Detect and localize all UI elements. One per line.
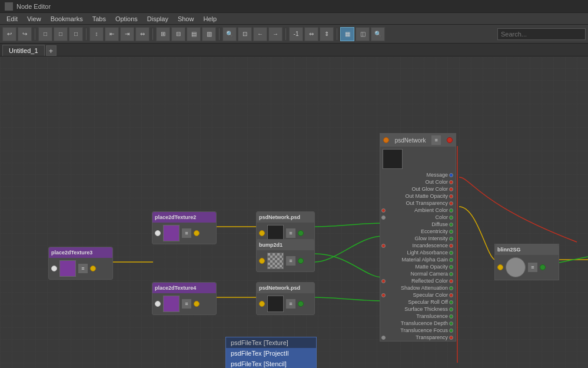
port-right-23[interactable]	[449, 336, 453, 340]
toolbar-grid[interactable]: ▦	[340, 27, 354, 41]
node-psdnetworkpsd3-menu[interactable]: ≡	[286, 299, 295, 309]
node-place2dtexture3-menu[interactable]: ≡	[78, 264, 88, 273]
node-place2dtexture3[interactable]: place2dTexture3 ≡	[48, 247, 113, 280]
psd-row-20: Translucence	[380, 313, 456, 320]
menu-show[interactable]: Show	[174, 14, 198, 24]
menu-bookmarks[interactable]: Bookmarks	[46, 14, 87, 24]
port-right-11[interactable]	[449, 251, 453, 255]
port-right-13[interactable]	[449, 265, 453, 269]
toolbar-btn-5[interactable]: ⇤	[105, 27, 119, 41]
port-left-15[interactable]	[381, 279, 386, 283]
port-right-22[interactable]	[449, 329, 453, 333]
port-right-20[interactable]	[449, 314, 453, 319]
port-p2-in[interactable]	[155, 230, 161, 236]
port-blinn-in[interactable]	[497, 264, 503, 270]
tab-untitled1[interactable]: Untitled_1	[2, 45, 45, 56]
port-right-3[interactable]	[449, 194, 453, 198]
port-right-9[interactable]	[449, 237, 453, 241]
port-right-2[interactable]	[449, 187, 453, 191]
port-right-16[interactable]	[449, 286, 453, 290]
port-left-6[interactable]	[381, 216, 386, 220]
toolbar-layout-4[interactable]: ▥	[202, 27, 216, 41]
port-psd1-out[interactable]	[298, 230, 304, 236]
node-blinn2sg[interactable]: blinn2SG ≡	[494, 244, 559, 280]
port-left-10[interactable]	[381, 244, 386, 248]
port-right-21[interactable]	[449, 321, 453, 326]
toolbar-nav-2[interactable]: →	[268, 27, 283, 41]
port-right-7[interactable]	[449, 223, 453, 227]
canvas-area[interactable]: place2dTexture3 ≡ place2dTexture2 ≡ plac…	[0, 57, 588, 368]
port-right-1[interactable]	[449, 180, 453, 184]
port-right-0[interactable]	[449, 173, 453, 177]
tab-add-button[interactable]: +	[46, 45, 57, 56]
port-right-4[interactable]	[449, 201, 453, 205]
dropdown-item-0[interactable]: psdFileTex [Texture]	[226, 337, 316, 348]
node-psdnetworkpsd1-menu[interactable]: ≡	[286, 228, 295, 238]
port-p4-in[interactable]	[155, 301, 161, 307]
port-right-10[interactable]	[449, 244, 453, 248]
port-p4-out[interactable]	[194, 301, 200, 307]
port-right-12[interactable]	[449, 258, 453, 262]
node-bump2d1[interactable]: bump2d1 ≡	[256, 239, 315, 272]
toolbar-btn-2[interactable]: □	[54, 27, 68, 41]
toolbar-nav-1[interactable]: ←	[253, 27, 267, 41]
menu-edit[interactable]: Edit	[2, 14, 22, 24]
menu-display[interactable]: Display	[143, 14, 172, 24]
toolbar-layout-3[interactable]: ▤	[187, 27, 201, 41]
node-psdnetworkpsd3[interactable]: psdNetwork.psd ≡	[256, 282, 315, 315]
node-place2dtexture4[interactable]: place2dTexture4 ≡	[152, 282, 217, 315]
node-place2dtexture2[interactable]: place2dTexture2 ≡	[152, 211, 217, 244]
node-place2dtexture2-menu[interactable]: ≡	[182, 228, 191, 238]
port-left-5[interactable]	[381, 208, 386, 213]
port-p3-out[interactable]	[90, 266, 96, 271]
port-right-8[interactable]	[449, 230, 453, 234]
psdnetwork-menu-btn[interactable]: ≡	[431, 135, 441, 145]
toolbar-btn-7[interactable]: ⇔	[135, 27, 150, 41]
port-p3-in[interactable]	[51, 266, 57, 271]
dropdown-item-2[interactable]: psdFileTex [Stencil]	[226, 359, 316, 368]
search-input[interactable]	[497, 28, 586, 40]
node-bump2d1-menu[interactable]: ≡	[286, 256, 295, 266]
port-right-19[interactable]	[449, 307, 453, 311]
port-left-17[interactable]	[381, 293, 386, 297]
toolbar-zoom[interactable]: 🔍	[222, 27, 237, 41]
toolbar-minus1[interactable]: -1	[289, 27, 303, 41]
toolbar-arrows-1[interactable]: ⇔	[304, 27, 318, 41]
port-psd3-in[interactable]	[259, 301, 265, 307]
port-psd1-in[interactable]	[259, 230, 265, 236]
port-right-18[interactable]	[449, 300, 453, 304]
port-right-14[interactable]	[449, 272, 453, 276]
toolbar-search-btn[interactable]: 🔍	[371, 27, 385, 41]
port-bump-in[interactable]	[259, 258, 265, 264]
toolbar-layout-2[interactable]: ⊟	[171, 27, 185, 41]
port-p2-out[interactable]	[194, 230, 200, 236]
toolbar-layout-1[interactable]: ⊞	[156, 27, 170, 41]
toolbar-arrows-2[interactable]: ⇕	[320, 27, 334, 41]
psdnetwork-left-port[interactable]	[383, 137, 389, 143]
toolbar-redo[interactable]: ↪	[18, 27, 32, 41]
port-right-5[interactable]	[449, 208, 453, 213]
menu-options[interactable]: Options	[111, 14, 142, 24]
port-right-6[interactable]	[449, 216, 453, 220]
menu-tabs[interactable]: Tabs	[88, 14, 110, 24]
node-place2dtexture4-menu[interactable]: ≡	[182, 299, 191, 309]
port-bump-out[interactable]	[298, 258, 304, 264]
port-blinn-out[interactable]	[540, 264, 546, 270]
psdnetwork-right-port[interactable]	[447, 137, 453, 143]
node-psdnetwork[interactable]: psdNetwork ≡ MessageOut ColorOut Glow Co…	[380, 133, 456, 342]
port-psd3-out[interactable]	[298, 301, 304, 307]
port-left-23[interactable]	[381, 336, 386, 340]
toolbar-btn-6[interactable]: ⇥	[120, 27, 134, 41]
port-right-15[interactable]	[449, 279, 453, 283]
menu-view[interactable]: View	[23, 14, 45, 24]
menu-help[interactable]: Help	[199, 14, 221, 24]
toolbar-panel[interactable]: ◫	[356, 27, 370, 41]
port-right-17[interactable]	[449, 293, 453, 297]
toolbar-btn-1[interactable]: □	[38, 27, 52, 41]
toolbar-undo[interactable]: ↩	[2, 27, 16, 41]
toolbar-fit[interactable]: ⊡	[238, 27, 252, 41]
node-blinn2sg-menu[interactable]: ≡	[528, 263, 537, 272]
toolbar-btn-4[interactable]: ↕	[89, 27, 104, 41]
toolbar-btn-3[interactable]: □	[69, 27, 83, 41]
dropdown-item-1[interactable]: psdFileTex [ProjectIl	[226, 348, 316, 359]
